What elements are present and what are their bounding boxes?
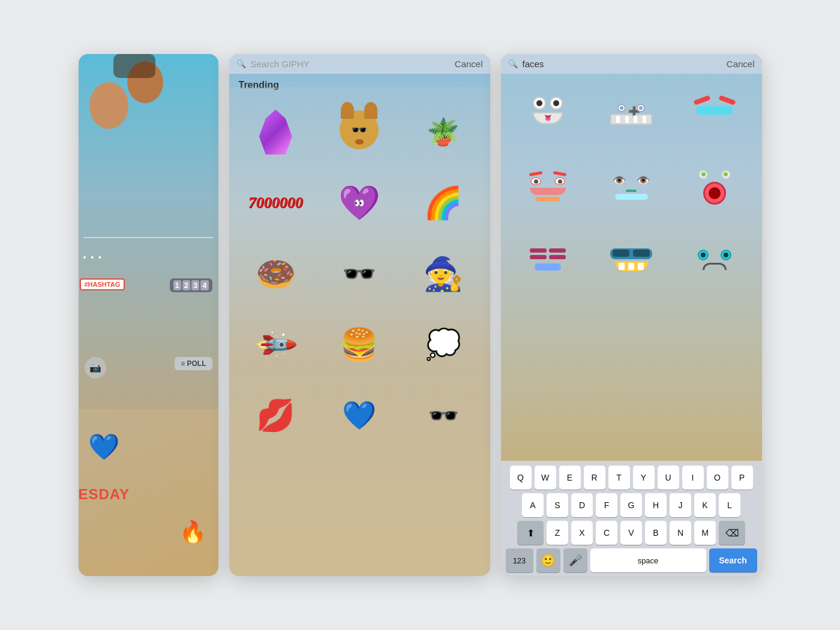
search-icon: 🔍 <box>236 59 246 68</box>
keyboard-row-1: Q W E R T Y U I O P <box>503 466 760 490</box>
face-sticker-1[interactable]: 👅 <box>508 80 588 149</box>
cloud-icon: 💭 <box>425 328 461 361</box>
seven-million-text: 7000000 <box>248 194 303 211</box>
face-sticker-8[interactable] <box>592 225 671 294</box>
poll-sticker[interactable]: ≡ POLL <box>175 357 212 370</box>
numbers-key[interactable]: 123 <box>506 548 533 572</box>
counter-digit-2: 2 <box>182 280 190 290</box>
sticker-dog[interactable]: 🕶️ <box>320 99 399 165</box>
key-w[interactable]: W <box>535 466 556 490</box>
face-sticker-3[interactable] <box>675 80 755 149</box>
sticker-grid: 🕶️ 🪴 7000000 💜 👀 🌈 <box>229 94 490 453</box>
heart-sticker[interactable]: 💙 <box>88 432 119 461</box>
sticker-rainbow[interactable]: 🌈 <box>404 170 483 236</box>
key-n[interactable]: N <box>670 521 691 545</box>
keyboard-row-2: A S D F G H J K L <box>503 493 760 517</box>
key-l[interactable]: L <box>719 493 740 517</box>
key-u[interactable]: U <box>658 466 679 490</box>
key-h[interactable]: H <box>645 493 667 517</box>
emoji-key[interactable]: 🙂 <box>536 548 560 572</box>
key-x[interactable]: X <box>571 521 593 545</box>
space-key[interactable]: space <box>590 548 706 572</box>
middle-search-header: 🔍 Search GIPHY Cancel <box>229 54 490 74</box>
delete-key[interactable]: ⌫ <box>719 521 745 545</box>
key-y[interactable]: Y <box>633 466 655 490</box>
poll-label: ≡ POLL <box>181 359 206 368</box>
progress-bar <box>83 237 214 238</box>
left-phone-panel: • • • #HASHTAG 1 2 3 4 📷 ≡ POLL 💙 ESDAY <box>79 54 218 576</box>
sticker-7million[interactable]: 7000000 <box>236 170 316 236</box>
fire-sticker[interactable]: 🔥 <box>179 520 206 545</box>
giphy-search-bar[interactable]: 🔍 Search GIPHY Cancel <box>229 54 490 74</box>
key-i[interactable]: I <box>682 466 704 490</box>
sticker-burger[interactable]: 🍔 <box>320 311 399 377</box>
wizard-hat-icon: 🧙 <box>423 255 463 293</box>
faces-search-input[interactable]: faces <box>523 59 722 69</box>
sticker-thought-cloud[interactable]: 💭 <box>404 311 483 377</box>
face-sticker-9[interactable] <box>675 225 755 294</box>
counter-digit-4: 4 <box>200 280 208 290</box>
sticker-purple-heart[interactable]: 💜 👀 <box>320 170 399 236</box>
face-sticker-7[interactable] <box>508 225 588 294</box>
face-sticker-4[interactable] <box>508 152 588 221</box>
camera-icon[interactable]: 📷 <box>85 357 106 379</box>
counter-digit-1: 1 <box>173 280 181 290</box>
sticker-pixel-heart[interactable]: 💙 <box>320 382 399 448</box>
middle-phone-panel: 🔍 Search GIPHY Cancel Trending 🕶️ <box>229 54 490 576</box>
keyboard-row-3: ⬆ Z X C V B N M ⌫ <box>503 521 760 545</box>
keyboard[interactable]: Q W E R T Y U I O P A S D F G H J K <box>501 461 762 576</box>
sticker-donut[interactable]: 🍩 <box>236 241 316 307</box>
key-m[interactable]: M <box>694 521 716 545</box>
right-cancel-button[interactable]: Cancel <box>727 59 755 69</box>
crystal-icon <box>259 110 292 155</box>
face-sticker-grid: 👅 ➕ <box>501 74 762 300</box>
sticker-rocket[interactable]: 🚀 <box>236 311 316 377</box>
key-a[interactable]: A <box>522 493 544 517</box>
shift-key[interactable]: ⬆ <box>517 521 544 545</box>
keyboard-bottom-row: 123 🙂 🎤 space Search <box>503 548 760 572</box>
tuesday-sticker[interactable]: ESDAY <box>79 486 130 503</box>
sticker-lips[interactable]: 💋 <box>236 382 316 448</box>
sticker-wizard-hat[interactable]: 🧙 <box>404 241 483 307</box>
rainbow-icon: 🌈 <box>424 185 463 221</box>
key-o[interactable]: O <box>707 466 728 490</box>
key-q[interactable]: Q <box>510 466 532 490</box>
cancel-button[interactable]: Cancel <box>455 59 483 69</box>
face-sticker-5[interactable]: 👁️ 👁️ <box>592 152 671 221</box>
key-c[interactable]: C <box>596 521 617 545</box>
rocket-icon: 🚀 <box>252 321 299 368</box>
key-g[interactable]: G <box>620 493 642 517</box>
search-key[interactable]: Search <box>709 548 757 572</box>
sunglasses-icon: 🕶️ <box>342 257 376 290</box>
mic-key[interactable]: 🎤 <box>563 548 587 572</box>
key-s[interactable]: S <box>547 493 568 517</box>
sticker-crystal[interactable] <box>236 99 316 165</box>
key-b[interactable]: B <box>645 521 667 545</box>
face-sticker-6[interactable] <box>675 152 755 221</box>
key-k[interactable]: K <box>694 493 716 517</box>
sticker-sunglasses[interactable]: 🕶️ <box>320 241 399 307</box>
key-d[interactable]: D <box>571 493 593 517</box>
counter-sticker[interactable]: 1 2 3 4 <box>170 278 212 292</box>
burger-icon: 🍔 <box>340 326 379 363</box>
key-e[interactable]: E <box>559 466 581 490</box>
lips-icon: 💋 <box>256 397 295 434</box>
key-j[interactable]: J <box>670 493 691 517</box>
key-r[interactable]: R <box>584 466 605 490</box>
key-t[interactable]: T <box>608 466 630 490</box>
key-f[interactable]: F <box>596 493 617 517</box>
rainbow-glasses-icon: 🕶️ <box>428 401 459 430</box>
key-v[interactable]: V <box>620 521 642 545</box>
sticker-plant[interactable]: 🪴 <box>404 99 483 165</box>
key-z[interactable]: Z <box>547 521 568 545</box>
right-search-header: 🔍 faces Cancel <box>501 54 762 74</box>
face-sticker-2[interactable]: ➕ <box>592 80 671 149</box>
giphy-search-input[interactable]: Search GIPHY <box>251 59 450 69</box>
tuesday-text: ESDAY <box>79 486 130 502</box>
hashtag-sticker[interactable]: #HASHTAG <box>80 278 125 290</box>
pixel-heart-icon: 💙 <box>342 399 376 431</box>
faces-search-bar[interactable]: 🔍 faces Cancel <box>501 54 762 74</box>
donut-icon: 🍩 <box>256 255 296 293</box>
sticker-rainbow-glasses[interactable]: 🕶️ <box>404 382 483 448</box>
key-p[interactable]: P <box>731 466 753 490</box>
